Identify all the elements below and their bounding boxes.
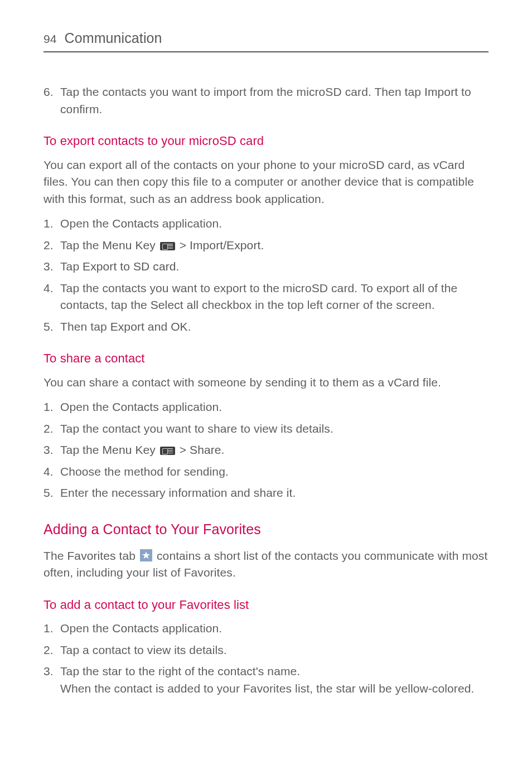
ui-label: OK: [171, 320, 188, 333]
text: Tap the contacts you want to import from…: [60, 85, 424, 98]
step-text: Open the Contacts application.: [60, 620, 489, 637]
ui-label: Menu Key: [103, 443, 156, 456]
list-item: 2. Tap the Menu Key > Import/Export.: [43, 237, 489, 254]
text: Open the: [60, 622, 112, 635]
step-number: 2.: [43, 237, 60, 254]
step-text: Tap a contact to view its details.: [60, 642, 489, 659]
text: Then tap: [60, 320, 110, 333]
list-item: 3. Tap the Menu Key > Share.: [43, 442, 489, 458]
star-icon: [140, 549, 152, 561]
text: checkbox in the top left corner of the s…: [199, 298, 435, 311]
ui-label: Export to SD card: [83, 260, 176, 273]
text: When the contact is added to your Favori…: [60, 682, 474, 695]
step-text: Tap the contacts you want to export to t…: [60, 280, 489, 314]
ui-label: Favorites: [67, 549, 115, 562]
list-item: 6. Tap the contacts you want to import f…: [43, 84, 489, 118]
text: Tap the: [60, 443, 103, 456]
text: .: [260, 239, 264, 251]
subsection-heading: To export contacts to your microSD card: [43, 132, 489, 150]
step-number: 5.: [43, 318, 60, 335]
list-item: 1. Open the Contacts application.: [43, 399, 489, 415]
ui-label: Contacts: [112, 400, 159, 413]
step-number: 1.: [43, 399, 60, 415]
ui-label: Export: [110, 320, 144, 333]
text: and: [144, 320, 171, 333]
step-number: 3.: [43, 442, 60, 458]
step-text: Tap the Menu Key > Import/Export.: [60, 237, 489, 254]
section-heading: Adding a Contact to Your Favorites: [43, 519, 489, 539]
text: .: [176, 260, 180, 273]
step-number: 3.: [43, 663, 60, 697]
step-number: 2.: [43, 642, 60, 659]
menu-key-icon: [160, 242, 175, 250]
step-text: Open the Contacts application.: [60, 399, 489, 415]
text: Open the: [60, 400, 112, 413]
step-number: 3.: [43, 258, 60, 275]
paragraph: You can export all of the contacts on yo…: [43, 157, 489, 207]
list-item: 2. Tap a contact to view its details.: [43, 642, 489, 659]
paragraph: You can share a contact with someone by …: [43, 374, 489, 391]
subsection-heading: To add a contact to your Favorites list: [43, 596, 489, 614]
list-item: 2. Tap the contact you want to share to …: [43, 420, 489, 437]
list-item: 3. Tap the star to the right of the cont…: [43, 663, 489, 697]
step-number: 1.: [43, 620, 60, 637]
list-item: 1. Open the Contacts application.: [43, 215, 489, 232]
step-number: 4.: [43, 463, 60, 480]
ui-label: Import/Export: [190, 239, 260, 251]
step-text: Tap the contact you want to share to vie…: [60, 420, 489, 437]
text: The: [43, 549, 67, 562]
svg-marker-0: [142, 552, 150, 559]
list-item: 5. Then tap Export and OK.: [43, 318, 489, 335]
text: .: [221, 443, 225, 456]
text: >: [176, 239, 190, 251]
text: Tap the: [60, 239, 103, 251]
list-item: 4. Choose the method for sending.: [43, 463, 489, 480]
menu-key-icon: [160, 447, 175, 455]
text: Tap: [60, 260, 83, 273]
section-title: Communication: [65, 28, 162, 48]
ui-label: Menu Key: [103, 239, 156, 251]
text: application.: [159, 622, 222, 635]
list-item: 3. Tap Export to SD card.: [43, 258, 489, 275]
subsection-heading: To share a contact: [43, 350, 489, 367]
text: Tap the star to the right of the contact…: [60, 665, 300, 677]
ui-label: Share: [190, 443, 221, 456]
page-header: 94 Communication: [43, 28, 489, 52]
ui-label: Select all: [151, 298, 199, 311]
text: Open the: [60, 217, 112, 230]
step-text: Enter the necessary information and shar…: [60, 485, 489, 501]
list-item: 1. Open the Contacts application.: [43, 620, 489, 637]
ui-label: Contacts: [112, 217, 159, 230]
text: application.: [159, 400, 222, 413]
step-text: Open the Contacts application.: [60, 215, 489, 232]
step-text: Tap the contacts you want to import from…: [60, 84, 489, 118]
paragraph: The Favorites tab contains a short list …: [43, 548, 489, 582]
text: >: [176, 443, 190, 456]
step-text: Tap Export to SD card.: [60, 258, 489, 275]
step-number: 1.: [43, 215, 60, 232]
step-text: Tap the Menu Key > Share.: [60, 442, 489, 458]
step-number: 6.: [43, 84, 60, 118]
text: tab: [116, 549, 139, 562]
ui-label: Contacts: [112, 622, 159, 635]
page-number: 94: [43, 31, 57, 47]
text: application.: [159, 217, 222, 230]
step-number: 5.: [43, 485, 60, 501]
step-text: Choose the method for sending.: [60, 463, 489, 480]
step-text: Tap the star to the right of the contact…: [60, 663, 489, 697]
step-number: 4.: [43, 280, 60, 314]
list-item: 4. Tap the contacts you want to export t…: [43, 280, 489, 314]
step-text: Then tap Export and OK.: [60, 318, 489, 335]
text: .: [188, 320, 191, 333]
step-number: 2.: [43, 420, 60, 437]
ui-label: Import: [424, 85, 458, 98]
list-item: 5. Enter the necessary information and s…: [43, 485, 489, 501]
